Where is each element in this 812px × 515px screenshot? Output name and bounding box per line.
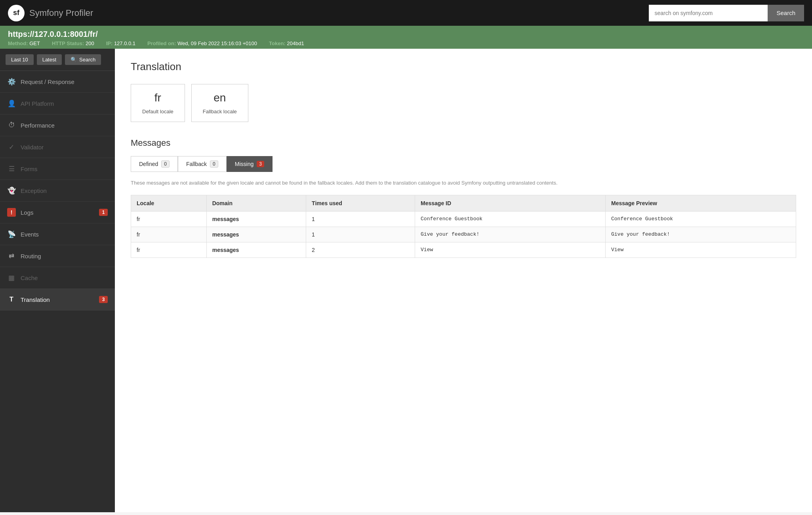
profiled-meta: Profiled on: Wed, 09 Feb 2022 15:16:03 +…: [147, 40, 257, 46]
sidebar-item-translation[interactable]: T Translation 3: [0, 289, 115, 311]
cell-message-preview: Give your feedback!: [606, 227, 796, 242]
exception-icon: 👻: [7, 186, 16, 195]
table-header: Locale Domain Times used Message ID Mess…: [131, 195, 796, 211]
col-domain: Domain: [206, 195, 306, 211]
page-title: Translation: [131, 61, 796, 73]
default-locale-label: Default locale: [142, 109, 173, 114]
cell-domain: messages: [206, 242, 306, 258]
api-icon: 👤: [7, 99, 16, 108]
cell-message-preview: Conference Guestbook: [606, 211, 796, 227]
cell-message-id: Give your feedback!: [415, 227, 606, 242]
cell-domain: messages: [206, 211, 306, 227]
sidebar-item-request-response[interactable]: ⚙️ Request / Response: [0, 71, 115, 93]
latest-button[interactable]: Latest: [37, 54, 62, 65]
sidebar-item-events[interactable]: 📡 Events: [0, 223, 115, 245]
ip-meta: IP: 127.0.0.1: [106, 40, 135, 46]
search-icon: 🔍: [71, 57, 77, 63]
sidebar-top-buttons: Last 10 Latest 🔍 Search: [0, 49, 115, 71]
cell-domain: messages: [206, 227, 306, 242]
cell-locale: fr: [131, 242, 207, 258]
logs-badge: 1: [99, 209, 108, 216]
fallback-count: 0: [210, 160, 218, 168]
fallback-locale-card: en Fallback locale: [191, 84, 248, 122]
performance-icon: ⏱: [7, 121, 16, 130]
gear-icon: ⚙️: [7, 77, 16, 86]
table-row: fr messages 1 Conference Guestbook Confe…: [131, 211, 796, 227]
sidebar-item-forms: ☰ Forms: [0, 158, 115, 180]
method-meta: Method: GET: [8, 40, 40, 46]
col-times-used: Times used: [306, 195, 415, 211]
fallback-locale-label: Fallback locale: [203, 109, 237, 114]
request-url: https://127.0.0.1:8001/fr/: [8, 30, 804, 39]
table-row: fr messages 2 View View: [131, 242, 796, 258]
main-layout: Last 10 Latest 🔍 Search ⚙️ Request / Res…: [0, 49, 812, 512]
sidebar-item-routing[interactable]: ⇄ Routing: [0, 245, 115, 267]
sidebar-nav: ⚙️ Request / Response 👤 API Platform ⏱ P…: [0, 71, 115, 311]
tab-defined[interactable]: Defined 0: [131, 156, 178, 172]
header: sf Symfony Profiler Search: [0, 0, 812, 26]
default-locale-code: fr: [142, 92, 173, 104]
symfony-logo: sf: [8, 5, 25, 21]
events-icon: 📡: [7, 230, 16, 238]
url-bar: https://127.0.0.1:8001/fr/ Method: GET H…: [0, 26, 812, 49]
missing-warning-text: These messages are not available for the…: [131, 179, 796, 187]
header-search-button[interactable]: Search: [768, 5, 804, 21]
cell-times-used: 1: [306, 227, 415, 242]
sidebar-item-exception: 👻 Exception: [0, 180, 115, 202]
table-body: fr messages 1 Conference Guestbook Confe…: [131, 211, 796, 258]
cell-message-preview: View: [606, 242, 796, 258]
table-row: fr messages 1 Give your feedback! Give y…: [131, 227, 796, 242]
message-tabs: Defined 0 Fallback 0 Missing 3: [131, 156, 796, 172]
request-meta: Method: GET HTTP Status: 200 IP: 127.0.0…: [8, 40, 804, 46]
header-search-area: Search: [649, 5, 804, 21]
messages-table: Locale Domain Times used Message ID Mess…: [131, 195, 796, 258]
translation-icon: T: [7, 295, 16, 304]
logs-icon: !: [7, 208, 16, 217]
sidebar: Last 10 Latest 🔍 Search ⚙️ Request / Res…: [0, 49, 115, 512]
token-meta: Token: 204bd1: [269, 40, 304, 46]
tab-fallback[interactable]: Fallback 0: [178, 156, 227, 172]
validator-icon: ✓: [7, 143, 16, 151]
status-meta: HTTP Status: 200: [52, 40, 94, 46]
cell-locale: fr: [131, 211, 207, 227]
fallback-locale-code: en: [203, 92, 237, 104]
col-message-id: Message ID: [415, 195, 606, 211]
translation-badge: 3: [99, 296, 108, 303]
missing-count: 3: [257, 161, 264, 167]
tab-missing[interactable]: Missing 3: [227, 156, 273, 172]
cell-locale: fr: [131, 227, 207, 242]
sidebar-item-cache: ▦ Cache: [0, 267, 115, 289]
col-locale: Locale: [131, 195, 207, 211]
defined-count: 0: [161, 160, 170, 168]
sidebar-item-performance[interactable]: ⏱ Performance: [0, 114, 115, 136]
sidebar-item-validator: ✓ Validator: [0, 136, 115, 158]
col-message-preview: Message Preview: [606, 195, 796, 211]
default-locale-card: fr Default locale: [131, 84, 185, 122]
cell-times-used: 1: [306, 211, 415, 227]
header-search-input[interactable]: [649, 5, 768, 21]
messages-title: Messages: [131, 138, 796, 148]
cache-icon: ▦: [7, 273, 16, 282]
forms-icon: ☰: [7, 164, 16, 173]
logo-area: sf Symfony Profiler: [8, 5, 93, 21]
last10-button[interactable]: Last 10: [6, 54, 34, 65]
app-title: Symfony Profiler: [29, 8, 93, 18]
routing-icon: ⇄: [7, 252, 16, 260]
cell-message-id: Conference Guestbook: [415, 211, 606, 227]
sidebar-item-logs[interactable]: ! Logs 1: [0, 202, 115, 223]
cell-times-used: 2: [306, 242, 415, 258]
sidebar-item-api-platform: 👤 API Platform: [0, 93, 115, 114]
cell-message-id: View: [415, 242, 606, 258]
locale-cards: fr Default locale en Fallback locale: [131, 84, 796, 122]
search-button[interactable]: 🔍 Search: [65, 54, 101, 65]
content-area: Translation fr Default locale en Fallbac…: [115, 49, 812, 512]
